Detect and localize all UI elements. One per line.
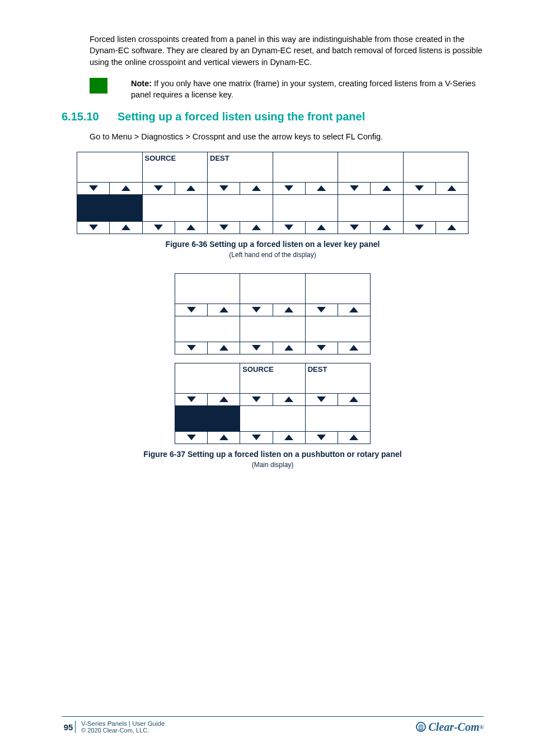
arrow-cell <box>305 431 370 444</box>
cell-source: SOURCE <box>142 152 208 182</box>
footer-divider <box>75 721 76 733</box>
chevron-down-icon <box>415 185 424 191</box>
arrow-cell <box>305 342 370 354</box>
cell <box>175 316 240 342</box>
chevron-up-icon <box>284 435 293 440</box>
arrow-cell <box>305 304 370 316</box>
cell <box>175 273 240 304</box>
cell-dest: DEST <box>208 152 273 182</box>
chevron-down-icon <box>317 345 326 351</box>
arrow-cell <box>240 431 305 444</box>
arrow-cell <box>273 221 338 234</box>
cell <box>273 194 338 221</box>
chevron-up-icon <box>219 396 228 402</box>
chevron-down-icon <box>89 225 98 230</box>
chevron-down-icon <box>317 435 326 440</box>
section-number: 6.15.10 <box>62 110 118 123</box>
chevron-down-icon <box>252 396 261 402</box>
chevron-up-icon <box>121 185 130 191</box>
chevron-up-icon <box>382 225 391 230</box>
registered-mark: ® <box>480 724 484 730</box>
arrow-cell <box>403 182 469 194</box>
arrow-cell <box>240 393 305 405</box>
headset-icon <box>416 722 426 732</box>
note-body: If you only have one matrix (frame) in y… <box>131 79 476 99</box>
chevron-up-icon <box>284 345 293 351</box>
chevron-down-icon <box>350 185 359 191</box>
arrow-cell <box>175 431 240 444</box>
arrow-cell <box>240 304 305 316</box>
arrow-cell <box>273 182 338 194</box>
chevron-up-icon <box>447 225 456 230</box>
arrow-cell <box>403 221 469 234</box>
figure-caption-1: Figure 6-36 Setting up a forced listen o… <box>62 240 484 249</box>
cell <box>338 194 404 221</box>
chevron-up-icon <box>252 225 261 230</box>
chevron-down-icon <box>317 307 326 312</box>
chevron-down-icon <box>284 225 293 230</box>
paragraph-forced-listen-info: Forced listen crosspoints created from a… <box>90 34 484 68</box>
arrow-cell <box>175 393 240 405</box>
chevron-up-icon <box>349 435 358 440</box>
note-block: Note: If you only have one matrix (frame… <box>90 78 484 101</box>
arrow-cell <box>142 221 208 234</box>
cell <box>77 152 143 182</box>
chevron-down-icon <box>350 225 359 230</box>
chevron-down-icon <box>187 435 196 440</box>
cell-flconfig: FL CONFIG <box>175 405 240 431</box>
chevron-up-icon <box>382 185 391 191</box>
cell <box>338 152 404 182</box>
chevron-up-icon <box>121 225 130 230</box>
chevron-up-icon <box>219 307 228 312</box>
cell <box>403 194 469 221</box>
chevron-up-icon <box>349 345 358 351</box>
arrow-cell <box>240 342 305 354</box>
chevron-down-icon <box>252 345 261 351</box>
chevron-up-icon <box>219 435 228 440</box>
cell <box>305 405 370 431</box>
chevron-down-icon <box>89 185 98 191</box>
chevron-up-icon <box>219 345 228 351</box>
arrow-cell <box>338 182 404 194</box>
chevron-up-icon <box>447 185 456 191</box>
chevron-down-icon <box>154 185 163 191</box>
chevron-down-icon <box>252 307 261 312</box>
chevron-down-icon <box>187 307 196 312</box>
paragraph-instructions: Go to Menu > Diagnostics > Crosspnt and … <box>90 131 484 142</box>
brand-logo: Clear-Com® <box>416 721 484 734</box>
note-icon <box>90 78 107 94</box>
chevron-down-icon <box>187 345 196 351</box>
cell <box>175 363 240 393</box>
figure-subcaption-2: (Main display) <box>62 461 484 469</box>
cell <box>142 194 208 221</box>
arrow-cell <box>175 304 240 316</box>
page-footer: 95 V-Series Panels | User Guide © 2020 C… <box>62 716 484 734</box>
chevron-down-icon <box>284 185 293 191</box>
arrow-cell <box>77 182 143 194</box>
section-title: Setting up a forced listen using the fro… <box>118 110 365 123</box>
arrow-cell <box>338 221 404 234</box>
chevron-up-icon <box>186 225 195 230</box>
rotary-panel-table: SOURCE DEST FL CONFIG <box>175 273 371 444</box>
lever-panel-table: SOURCE DEST FL CONFIG <box>77 152 469 234</box>
chevron-up-icon <box>186 185 195 191</box>
chevron-up-icon <box>252 185 261 191</box>
chevron-down-icon <box>415 225 424 230</box>
chevron-up-icon <box>284 396 293 402</box>
cell-flconfig: FL CONFIG <box>77 194 143 221</box>
chevron-down-icon <box>154 225 163 230</box>
note-label: Note: <box>131 79 152 88</box>
cell <box>305 273 370 304</box>
arrow-cell <box>175 342 240 354</box>
chevron-down-icon <box>317 396 326 402</box>
chevron-up-icon <box>284 307 293 312</box>
chevron-up-icon <box>349 396 358 402</box>
cell <box>208 194 273 221</box>
chevron-down-icon <box>219 225 228 230</box>
cell <box>240 316 305 342</box>
cell-source: SOURCE <box>240 363 305 393</box>
chevron-down-icon <box>252 435 261 440</box>
cell <box>240 273 305 304</box>
chevron-up-icon <box>349 307 358 312</box>
cell <box>403 152 469 182</box>
